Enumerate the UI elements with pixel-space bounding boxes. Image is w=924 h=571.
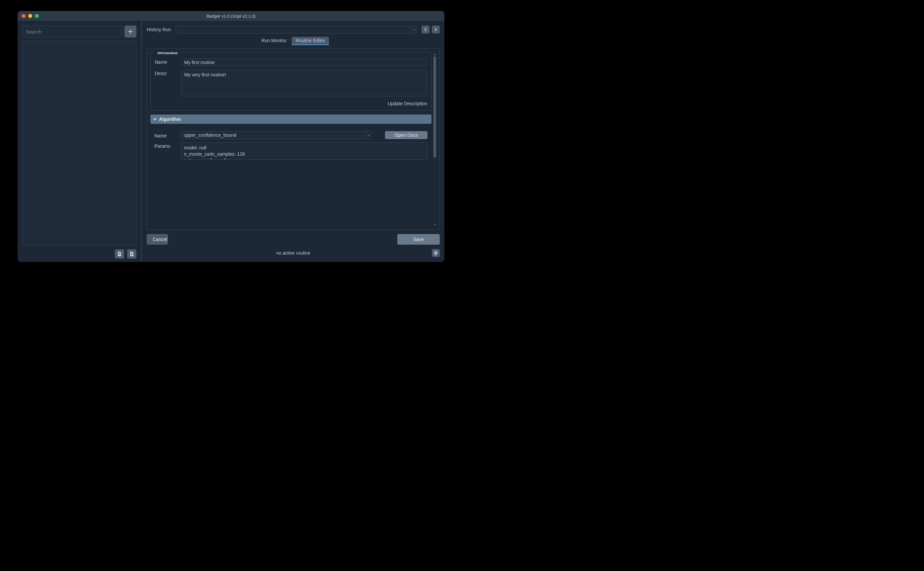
editor-scrollbar[interactable]: ▲ ▼ [433, 52, 436, 227]
dropdown-handle-icon: ▾ [366, 131, 371, 139]
metadata-group: Metadata Name Descr Update Description [150, 52, 431, 111]
history-run-selected [176, 26, 412, 33]
algorithm-name-row: Name upper_confidence_bound ▾ Open Docs [154, 131, 428, 139]
routine-descr-row: Descr [155, 70, 427, 96]
routine-descr-input[interactable] [181, 70, 427, 96]
sidebar [18, 21, 142, 262]
algorithm-section-body: Name upper_confidence_bound ▾ Open Docs … [150, 128, 431, 227]
minimize-window-button[interactable] [28, 14, 32, 18]
routines-list[interactable] [22, 41, 136, 245]
search-input[interactable] [22, 26, 122, 37]
history-next-button[interactable] [432, 26, 440, 34]
sidebar-bottom-toolbar [22, 248, 136, 259]
routine-descr-label: Descr [155, 70, 171, 76]
algorithm-dropdown[interactable]: upper_confidence_bound ▾ [181, 131, 371, 139]
history-controls: History Run ▾ [147, 26, 440, 34]
tab-run-monitor[interactable]: Run Monitor [257, 37, 291, 45]
right-panel: History Run ▾ [142, 21, 444, 262]
traffic-lights [22, 14, 39, 18]
algorithm-section-title: Algorithm [159, 117, 181, 122]
tabs: Run Monitor Routine Editor [147, 37, 440, 45]
routine-name-row: Name [155, 59, 427, 66]
maximize-window-button[interactable] [35, 14, 39, 18]
export-button[interactable] [115, 249, 124, 259]
update-description-row: Update Description [155, 100, 427, 106]
metadata-legend: Metadata [156, 52, 180, 55]
algorithm-selected: upper_confidence_bound [181, 131, 366, 139]
file-import-icon [129, 251, 134, 257]
algorithm-name-label: Name [154, 132, 171, 139]
scrollbar-thumb[interactable] [433, 56, 436, 158]
gear-icon [433, 250, 439, 256]
algorithm-params-row: Params [154, 142, 428, 227]
main-content: History Run ▾ [18, 21, 444, 262]
status-bar: no active routine [147, 248, 440, 257]
algorithm-params-input[interactable] [181, 142, 428, 160]
arrow-right-icon [434, 28, 437, 31]
routine-editor-frame: Metadata Name Descr Update Description [147, 48, 440, 230]
cancel-button[interactable]: Cancel [147, 234, 168, 245]
algorithm-section-header[interactable]: Algorithm [150, 114, 431, 124]
save-button[interactable]: Save [397, 234, 440, 245]
algorithm-params-label: Params [154, 142, 171, 149]
close-window-button[interactable] [22, 14, 26, 18]
file-export-icon [117, 251, 122, 257]
settings-button[interactable] [432, 249, 440, 257]
history-run-dropdown[interactable]: ▾ [176, 26, 417, 34]
window-title: Badger v1.0 (Xopt v2.1.0) [206, 14, 256, 19]
add-routine-button[interactable] [125, 26, 136, 37]
update-description-link[interactable]: Update Description [388, 101, 427, 106]
history-nav-buttons [422, 26, 440, 34]
chevron-down-icon [153, 117, 157, 121]
routine-editor-content: Metadata Name Descr Update Description [150, 52, 431, 227]
titlebar: Badger v1.0 (Xopt v2.1.0) [18, 11, 444, 21]
sidebar-top-row [22, 26, 136, 37]
app-window: Badger v1.0 (Xopt v2.1.0) [18, 11, 444, 262]
history-run-label: History Run [147, 27, 171, 32]
dropdown-handle-icon: ▾ [412, 26, 417, 33]
bottom-button-row: Cancel Save [147, 233, 440, 245]
open-docs-button[interactable]: Open Docs [385, 131, 428, 139]
scrollbar-up-icon: ▲ [433, 52, 436, 56]
routine-name-label: Name [155, 59, 171, 65]
plus-icon [128, 29, 133, 34]
history-run-dropdown-container: ▾ [176, 26, 417, 34]
import-button[interactable] [127, 249, 136, 259]
routine-name-input[interactable] [181, 59, 427, 66]
tab-routine-editor[interactable]: Routine Editor [292, 37, 329, 45]
scrollbar-down-icon: ▼ [433, 223, 436, 227]
arrow-left-icon [424, 28, 427, 31]
status-text: no active routine [276, 250, 310, 256]
history-prev-button[interactable] [422, 26, 430, 34]
